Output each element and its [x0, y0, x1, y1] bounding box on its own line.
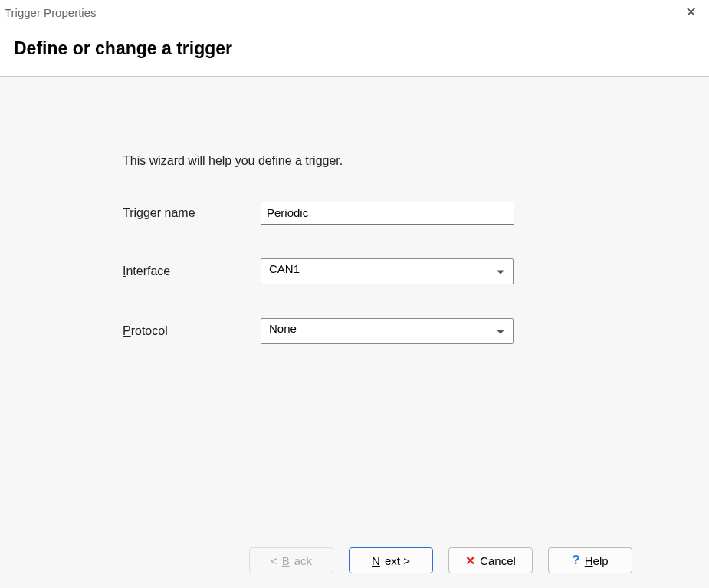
- label-trigger-name: Trigger name: [123, 206, 261, 220]
- intro-text: This wizard will help you define a trigg…: [123, 154, 709, 168]
- row-interface: Interface CAN1: [123, 258, 709, 284]
- next-button[interactable]: Next >: [349, 547, 433, 573]
- page-title: Define or change a trigger: [14, 38, 695, 59]
- interface-select[interactable]: CAN1: [261, 258, 514, 284]
- protocol-select[interactable]: None: [261, 318, 514, 344]
- protocol-select-wrap[interactable]: None: [261, 318, 514, 344]
- label-interface: Interface: [123, 264, 261, 278]
- cancel-x-icon: ✕: [465, 554, 475, 568]
- wizard-body: This wizard will help you define a trigg…: [0, 77, 709, 532]
- window-title: Trigger Properties: [5, 6, 97, 19]
- close-icon[interactable]: ✕: [681, 4, 701, 21]
- back-button: < Back: [249, 547, 333, 573]
- help-question-icon: ?: [572, 553, 579, 568]
- cancel-button[interactable]: ✕ Cancel: [448, 547, 533, 573]
- interface-select-wrap[interactable]: CAN1: [261, 258, 514, 284]
- help-button[interactable]: ? Help: [548, 547, 632, 573]
- wizard-footer: < Back Next > ✕ Cancel ? Help: [0, 532, 709, 588]
- titlebar: Trigger Properties ✕: [0, 0, 709, 23]
- label-protocol: Protocol: [123, 324, 261, 338]
- trigger-name-input[interactable]: [261, 202, 514, 225]
- row-trigger-name: Trigger name: [123, 202, 709, 225]
- wizard-header: Define or change a trigger: [0, 23, 709, 77]
- row-protocol: Protocol None: [123, 318, 709, 344]
